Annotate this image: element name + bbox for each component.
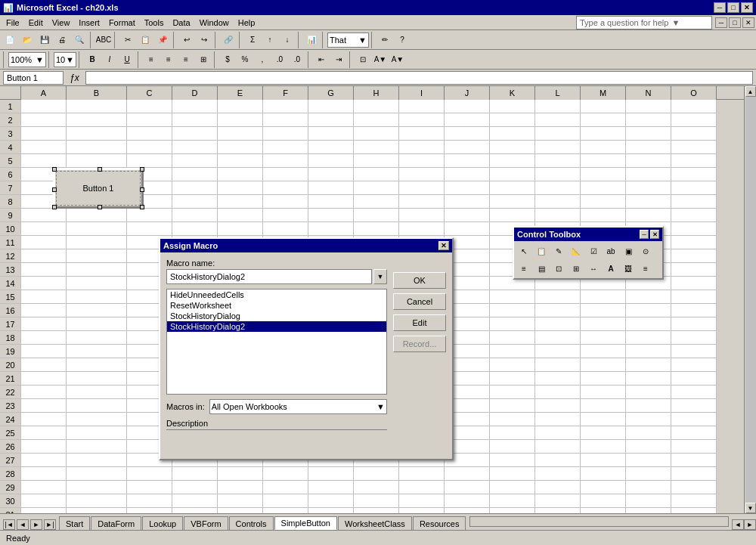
col-header-a[interactable]: A [21,86,67,100]
cell-M27[interactable] [581,454,626,467]
tab-worksheetclass[interactable]: WorksheetClass [338,516,412,530]
zoom-help-button[interactable]: ? [394,32,411,48]
scroll-up-button[interactable]: ▲ [745,86,756,97]
cell-G7[interactable] [308,181,354,195]
cell-L24[interactable] [535,413,581,426]
cell-L7[interactable] [535,181,581,195]
cell-I2[interactable] [399,113,445,127]
cell-O28[interactable] [671,467,717,481]
cell-O7[interactable] [671,181,717,195]
bold-button[interactable]: B [84,51,101,68]
ct-textbox-button[interactable]: ab [603,243,619,259]
cell-L20[interactable] [535,358,581,372]
cell-L1[interactable] [535,100,581,113]
cell-F29[interactable] [263,481,308,494]
col-header-h[interactable]: H [354,86,399,100]
cell-E31[interactable] [218,508,263,513]
app-max-button[interactable]: □ [729,17,741,28]
cell-M25[interactable] [581,426,626,440]
cell-D1[interactable] [172,100,218,113]
minimize-button[interactable]: ─ [714,2,726,13]
cell-F28[interactable] [263,467,308,481]
cell-K23[interactable] [490,399,535,413]
col-header-j[interactable]: J [445,86,490,100]
cell-A13[interactable] [21,263,67,277]
merge-button[interactable]: ⊞ [195,51,212,68]
cell-G29[interactable] [308,481,354,494]
increase-indent-button[interactable]: ⇥ [330,51,347,68]
cell-E2[interactable] [218,113,263,127]
formula-input[interactable] [85,71,753,85]
cell-J2[interactable] [445,113,490,127]
cell-M6[interactable] [581,168,626,181]
zoom-dropdown-icon[interactable]: ▼ [36,55,44,64]
cell-O10[interactable] [671,222,717,236]
cell-N25[interactable] [626,426,671,440]
cell-B11[interactable] [67,236,127,249]
cell-D5[interactable] [172,154,218,168]
cell-G9[interactable] [308,209,354,222]
col-header-e[interactable]: E [218,86,263,100]
cell-M5[interactable] [581,154,626,168]
sort-asc-button[interactable]: ↑ [262,32,278,48]
control-toolbox-close-button[interactable]: ✕ [650,230,659,239]
font-size-box[interactable]: 10 ▼ [54,52,76,67]
cell-B29[interactable] [67,481,127,494]
cell-A14[interactable] [21,277,67,290]
cell-K6[interactable] [490,168,535,181]
print-preview-button[interactable]: 🔍 [71,32,88,48]
cell-H6[interactable] [354,168,399,181]
cell-J29[interactable] [445,481,490,494]
menu-window[interactable]: Window [195,17,234,29]
font-dropdown-icon[interactable]: ▼ [358,36,367,45]
cell-A31[interactable] [21,508,67,513]
ct-more-button[interactable]: ≡ [637,260,654,277]
decrease-decimal-button[interactable]: .0 [289,51,305,68]
cell-E6[interactable] [218,168,263,181]
cell-N8[interactable] [626,195,671,209]
record-button[interactable]: Record... [393,336,446,352]
cell-K29[interactable] [490,481,535,494]
cell-K17[interactable] [490,317,535,331]
cell-O4[interactable] [671,141,717,154]
cell-H10[interactable] [354,222,399,236]
tab-next-button[interactable]: ► [30,519,42,530]
cell-M15[interactable] [581,290,626,304]
cell-A22[interactable] [21,386,67,399]
cell-M30[interactable] [581,494,626,508]
col-header-k[interactable]: K [490,86,535,100]
macros-in-select[interactable]: All Open Workbooks ▼ [209,399,387,414]
cell-M2[interactable] [581,113,626,127]
cell-M29[interactable] [581,481,626,494]
cell-O25[interactable] [671,426,717,440]
cell-L15[interactable] [535,290,581,304]
cell-J28[interactable] [445,467,490,481]
cell-O11[interactable] [671,236,717,249]
cell-B1[interactable] [67,100,127,113]
cell-L29[interactable] [535,481,581,494]
cell-J9[interactable] [445,209,490,222]
cell-D31[interactable] [172,508,218,513]
tab-controls[interactable]: Controls [229,516,274,530]
cell-O27[interactable] [671,454,717,467]
cell-C28[interactable] [127,467,172,481]
cell-O13[interactable] [671,263,717,277]
align-center-button[interactable]: ≡ [160,51,177,68]
menu-data[interactable]: Data [168,17,194,29]
cell-O2[interactable] [671,113,717,127]
col-header-i[interactable]: I [399,86,445,100]
cell-C5[interactable] [127,154,172,168]
cell-L2[interactable] [535,113,581,127]
cell-B16[interactable] [67,304,127,317]
macro-item-1[interactable]: ResetWorksheet [167,300,386,311]
menu-tools[interactable]: Tools [140,17,169,29]
cell-H8[interactable] [354,195,399,209]
cell-C4[interactable] [127,141,172,154]
cell-A18[interactable] [21,331,67,345]
font-size-dropdown-icon[interactable]: ▼ [66,55,74,64]
help-dropdown-icon[interactable]: ▼ [671,18,680,27]
cell-K24[interactable] [490,413,535,426]
tab-first-button[interactable]: |◄ [3,519,15,530]
cell-C9[interactable] [127,209,172,222]
ct-commandbutton-button[interactable]: ▣ [620,243,637,259]
